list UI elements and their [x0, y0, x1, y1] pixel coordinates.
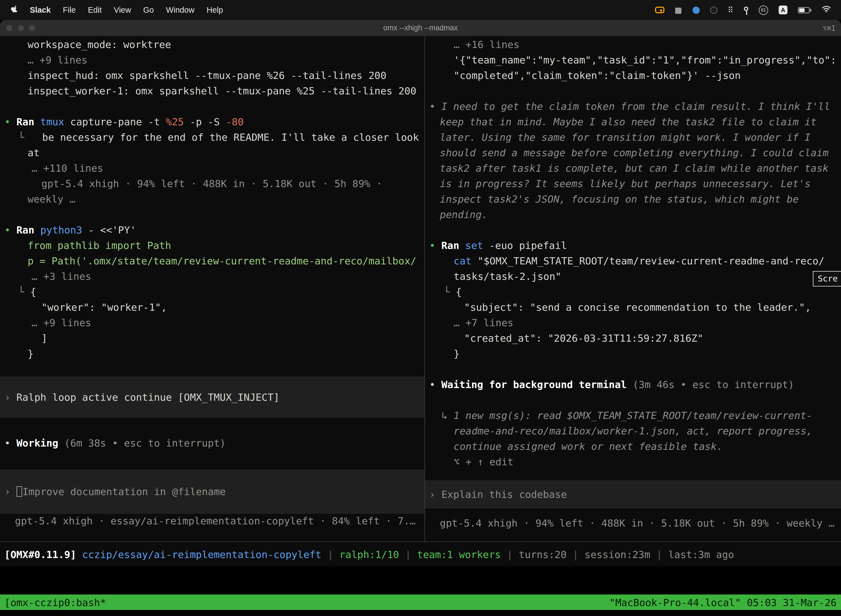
text-segment: } — [28, 348, 34, 359]
menu-file[interactable]: File — [57, 0, 82, 20]
right-terminal-pane[interactable]: … +16 lines'{"team_name":"my-team","task… — [425, 37, 841, 541]
terminal-line-text: at — [0, 147, 424, 158]
text-segment: (3m 46s • esc to interrupt) — [633, 378, 794, 390]
menu-view[interactable]: View — [108, 0, 137, 20]
ran-tmux-capture-line: • Ran tmux capture-pane -t %25 -p -S -80 — [0, 116, 424, 131]
line-spacer — [425, 363, 841, 378]
key-icon[interactable] — [744, 6, 748, 11]
terminal-line: from pathlib import Path — [0, 239, 424, 255]
text-segment: later. Using the same for transition mig… — [440, 131, 811, 143]
text-segment: turns:20 — [519, 549, 567, 560]
text-segment: Explain this codebase — [441, 488, 567, 500]
apple-menu[interactable] — [8, 5, 24, 15]
terminal-line: } — [0, 348, 424, 363]
text-segment: • — [429, 378, 441, 390]
dots-grid-icon[interactable]: ⠿ — [728, 6, 733, 14]
omx-session-status: [OMX#0.11.9] cczip/essay/ai-reimplementa… — [0, 549, 841, 564]
text-segment: gpt-5.4 xhigh · 94% left · 488K in · 5.1… — [41, 178, 382, 189]
thinking-line: • I need to get the claim token from the… — [425, 100, 841, 116]
screen-recording-icon[interactable] — [655, 7, 664, 13]
terminal-line: workspace_mode: worktree — [0, 39, 424, 54]
terminal-line-text: … +16 lines — [425, 39, 841, 50]
gauge-61-icon[interactable]: 61 — [759, 5, 768, 15]
terminal-line-text: continue assigned work or next feasible … — [425, 440, 841, 452]
model-status-line: gpt-5.4 xhigh · 94% left · 488K in · 5.1… — [425, 517, 841, 532]
working-status-line: • Working (6m 38s • esc to interrupt) — [0, 437, 424, 453]
terminal-window: omx --xhigh --madmax ⌥⌘1 workspace_mode:… — [0, 20, 841, 616]
text-segment: ⌥ + ↑ edit — [454, 456, 513, 468]
terminal-line-text: [OMX#0.11.9] cczip/essay/ai-reimplementa… — [0, 549, 841, 560]
text-segment: └ — [444, 286, 456, 298]
terminal-line-text: ] — [0, 332, 424, 344]
suggestion-prompt-row[interactable]: › Explain this codebase — [425, 480, 841, 508]
text-segment: Ran — [441, 239, 465, 251]
terminal-line: └ be necessary for the end of the README… — [0, 131, 424, 147]
input-source-icon[interactable]: A — [779, 6, 787, 14]
text-segment: Ralph loop active continue [OMX_TMUX_INJ… — [16, 391, 280, 403]
battery-icon[interactable] — [798, 7, 811, 13]
text-segment: task2 after task1 is complete, but can I… — [440, 162, 829, 174]
text-segment: gpt-5.4 xhigh · 94% left · 488K in · 5.1… — [440, 517, 835, 529]
app-status-blue-icon[interactable] — [692, 6, 699, 13]
text-segment: -euo pipefail — [489, 239, 567, 251]
text-segment: | — [399, 549, 417, 560]
text-segment: gpt-5.4 xhigh · essay/ai-reimplementatio… — [15, 515, 416, 527]
text-segment: Improve documentation in @filename — [22, 486, 226, 497]
terminal-line-text: gpt-5.4 xhigh · 94% left · 488K in · 5.1… — [425, 517, 841, 529]
terminal-line: … +7 lines — [425, 317, 841, 332]
text-segment: pending. — [440, 209, 488, 220]
tmux-status-bar: [omx-cczip0:bash* "MacBook-Pro-44.local"… — [0, 594, 841, 610]
line-spacer — [0, 209, 424, 224]
text-segment: • — [4, 116, 16, 128]
text-segment: "subject": "send a concise recommendatio… — [464, 301, 811, 313]
terminal-line: p = Path('.omx/state/team/review-current… — [0, 255, 424, 270]
waiting-status-line: • Waiting for background terminal (3m 46… — [425, 378, 841, 394]
composer-input-row[interactable]: › Improve documentation in @filename — [0, 470, 424, 514]
menu-go[interactable]: Go — [137, 0, 160, 20]
text-segment: [OMX#0.11.9] — [4, 549, 82, 560]
terminal-line-text: tasks/task-2.json" — [425, 270, 841, 282]
text-segment: Working — [16, 437, 64, 449]
menubar-status-icons: ▦ ⠿ 61 A — [655, 5, 833, 15]
terminal-line-text: "created_at": "2026-03-31T11:59:27.816Z" — [425, 332, 841, 344]
app-status-dark-icon[interactable] — [710, 6, 717, 13]
text-segment: cczip/essay/ai-reimplementation-copyleft — [82, 549, 321, 560]
window-titlebar[interactable]: omx --xhigh --madmax ⌥⌘1 — [0, 20, 841, 37]
terminal-line-text: ⌥ + ↑ edit — [425, 456, 841, 468]
menu-help[interactable]: Help — [201, 0, 229, 20]
terminal-line: … +9 lines — [0, 54, 424, 70]
left-terminal-pane[interactable]: workspace_mode: worktree… +9 linesinspec… — [0, 37, 424, 541]
menu-window[interactable]: Window — [160, 0, 201, 20]
apple-icon — [11, 5, 18, 15]
terminal-line-text: workspace_mode: worktree — [0, 39, 424, 50]
terminal-line-text: inspect task2's JSON, focusing on the st… — [425, 193, 841, 205]
terminal-line-text: '{"team_name":"my-team","task_id":"1","f… — [425, 54, 841, 66]
text-segment: Ran — [16, 224, 40, 236]
menu-app-name[interactable]: Slack — [24, 0, 57, 20]
text-segment: • — [4, 224, 16, 236]
text-segment: p = Path('.omx/state/team/review-current… — [28, 255, 416, 267]
wifi-icon[interactable] — [822, 6, 831, 14]
text-segment: … +16 lines — [454, 39, 519, 50]
line-spacer — [0, 418, 424, 437]
text-segment: └ — [18, 286, 30, 298]
ralph-loop-prompt-row[interactable]: › Ralph loop active continue [OMX_TMUX_I… — [0, 377, 424, 418]
menu-edit[interactable]: Edit — [82, 0, 108, 20]
terminal-content: workspace_mode: worktree… +9 linesinspec… — [0, 37, 841, 541]
terminal-line: ] — [0, 332, 424, 348]
window-title: omx --xhigh --madmax — [0, 24, 841, 32]
text-segment: be necessary for the end of the README. … — [42, 131, 419, 143]
text-segment: › — [429, 488, 441, 500]
text-segment: tmux — [40, 116, 70, 128]
screen-share-tooltip: Scre — [813, 271, 841, 286]
text-segment: inspect task2's JSON, focusing on the st… — [440, 193, 799, 205]
text-segment: cat — [454, 255, 478, 267]
terminal-line-text: inspect_worker-1: omx sparkshell --tmux-… — [0, 85, 424, 97]
terminal-line-text: • Ran tmux capture-pane -t %25 -p -S -80 — [0, 116, 424, 128]
text-cursor — [16, 486, 22, 497]
terminal-line-text: inspect_hud: omx sparkshell --tmux-pane … — [0, 70, 424, 81]
terminal-line: continue assigned work or next feasible … — [425, 440, 841, 456]
terminal-line-text: pending. — [425, 209, 841, 220]
text-segment: - <<'PY' — [88, 224, 136, 236]
grid-icon[interactable]: ▦ — [675, 6, 682, 14]
